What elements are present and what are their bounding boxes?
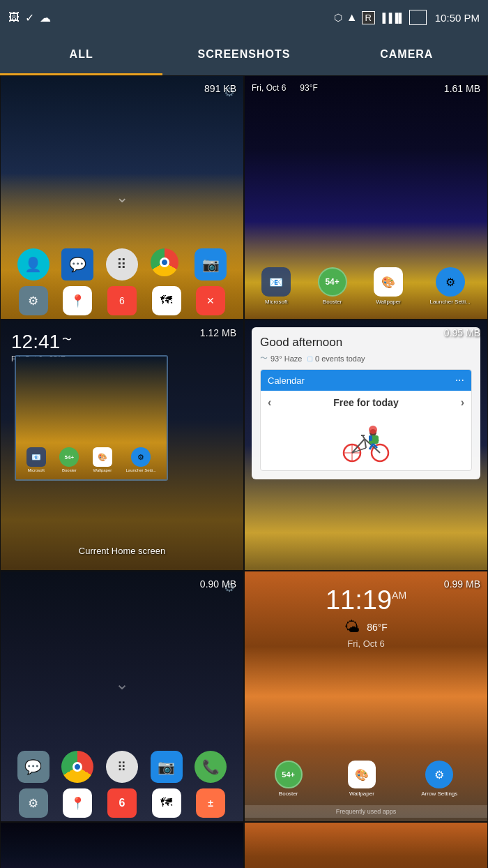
grid-cell-3[interactable]: 12:41 〜 Fri, Oct 6 93°F 📧 Microsoft 54+: [0, 320, 244, 571]
app-row-2: ⚙ 📍 6 🗺 ✕: [1, 286, 243, 315]
cell2-booster-icon: 54+: [318, 267, 347, 297]
maps-icon-5: 📍: [63, 788, 92, 818]
good-afternoon-card: Good afternoon 〜 93° Haze □ 0 events tod…: [252, 327, 480, 479]
grid-cell-1[interactable]: ⚙ ⌄ 👤 💬 ⠿ 📷 ⚙ 📍 6 🗺 ✕ 891 KB: [0, 75, 244, 320]
tab-all[interactable]: ALL: [0, 35, 162, 74]
plus-minus-icon-5: ±: [196, 788, 225, 818]
cell6-bottom-bar: Frequently used apps: [245, 805, 487, 818]
cell6-arrow-settings: ⚙ Arrow Settings: [421, 761, 457, 797]
chevron-down-icon: ⌄: [116, 188, 128, 207]
camera-icon: 📷: [195, 248, 227, 280]
maps-icon: 📍: [63, 286, 92, 315]
maps2-icon-5: 🗺: [152, 788, 181, 818]
tab-camera[interactable]: CAMERA: [326, 35, 488, 74]
messages-icon: 💬: [61, 248, 93, 280]
cell4-content: Good afternoon 〜 93° Haze □ 0 events tod…: [245, 320, 487, 570]
roaming-icon: R: [362, 11, 375, 24]
cell2-microsoft-icon: 📧: [261, 267, 291, 297]
cell6-booster: 54+ Booster: [275, 761, 303, 797]
cell5-chevron-icon: ⌄: [115, 674, 129, 694]
cell-2-info: Fri, Oct 6 93°F: [252, 83, 318, 93]
phone-icon-5: 📞: [195, 751, 227, 783]
ga-weather: 〜 93° Haze □ 0 events today: [260, 353, 472, 364]
grid-cell-8[interactable]: 5.62 MB: [244, 822, 488, 868]
cell6-app-row: 54+ Booster 🎨 Wallpaper ⚙ Arrow Settings: [245, 761, 487, 797]
cyclist-illustration: [338, 421, 394, 463]
bluetooth-icon: ⬡: [334, 12, 342, 23]
cell5-app-row-2: ⚙ 📍 6 🗺 ±: [1, 788, 243, 818]
image-icon: 🖼: [8, 11, 20, 24]
close-icon: ✕: [196, 286, 225, 315]
status-time: 10:50 PM: [435, 12, 480, 24]
calendar-card: Calendar ··· ‹ Free for today ›: [260, 369, 472, 471]
cell-1-size: 891 KB: [204, 83, 236, 94]
settings-icon-5: ⚙: [19, 788, 48, 818]
sun-icon: 🌤: [344, 618, 360, 636]
cell6-time-area: 11:19 AM 🌤 86°F Fri, Oct 6: [245, 585, 487, 649]
cell3-mini-screen: 📧 Microsoft 54+ Booster 🎨 Wallpaper ⚙ La…: [15, 355, 168, 481]
check-icon: ✓: [25, 11, 34, 24]
settings-app-icon: ⚙: [19, 286, 48, 315]
cloud-icon: ☁: [40, 11, 51, 24]
cell-3-size: 1.12 MB: [200, 327, 236, 338]
grid-cell-2[interactable]: Fri, Oct 6 93°F 📧 Microsoft 54+ Booster …: [244, 75, 488, 320]
camera-icon-5: 📷: [151, 751, 183, 783]
cell2-wallpaper-icon: 🎨: [374, 267, 403, 297]
svg-rect-15: [369, 435, 372, 441]
wifi-icon: ▲: [346, 11, 358, 24]
cell5-app-row: 💬 ⠿ 📷 📞: [1, 751, 243, 783]
app-row-1: 👤 💬 ⠿ 📷: [1, 248, 243, 280]
image-grid: ⚙ ⌄ 👤 💬 ⠿ 📷 ⚙ 📍 6 🗺 ✕ 891 KB Fri, Oct 6 …: [0, 75, 488, 868]
cell-4-size: 0.95 MB: [444, 327, 480, 338]
status-icons-right: ⬡ ▲ R ▐▐▐▌ 10:50 PM: [334, 10, 480, 25]
cell6-wallpaper: 🎨 Wallpaper: [348, 761, 376, 797]
svg-point-13: [369, 426, 377, 434]
chrome-icon: [151, 248, 183, 280]
cell-6-size: 0.99 MB: [444, 578, 480, 590]
tab-screenshots[interactable]: SCREENSHOTS: [162, 35, 325, 74]
status-bar: 🖼 ✓ ☁ ⬡ ▲ R ▐▐▐▌ 10:50 PM: [0, 0, 488, 35]
grid-cell-6[interactable]: 11:19 AM 🌤 86°F Fri, Oct 6 54+ Booster 🎨…: [244, 571, 488, 822]
apps-icon: ⠿: [106, 248, 138, 280]
grid-cell-4[interactable]: Good afternoon 〜 93° Haze □ 0 events tod…: [244, 320, 488, 571]
cell-2-apps: 📧 Microsoft 54+ Booster 🎨 Wallpaper ⚙ La…: [245, 267, 487, 305]
maps2-icon: 🗺: [152, 286, 181, 315]
apps-icon-5: ⠿: [106, 751, 138, 783]
calendar-icon: 6: [107, 286, 137, 315]
grid-cell-7[interactable]: 833 KB: [0, 822, 244, 868]
current-home-label: Current Home screen: [1, 546, 243, 556]
signal-icon: ▐▐▐▌: [379, 13, 405, 23]
tab-bar: ALL SCREENSHOTS CAMERA: [0, 35, 488, 75]
contacts-icon: 👤: [17, 248, 49, 280]
battery-icon: [409, 10, 427, 25]
cal-icon-5: 6: [107, 788, 137, 818]
grid-cell-5[interactable]: ⚙ ⌄ 💬 ⠿ 📷 📞 ⚙ 📍 6 🗺 ± 0.90 MB: [0, 571, 244, 822]
cell-2-size: 1.61 MB: [444, 83, 480, 94]
cell-5-size: 0.90 MB: [200, 578, 236, 590]
cell6-weather: 🌤 86°F: [245, 618, 487, 636]
status-icons-left: 🖼 ✓ ☁: [8, 11, 51, 24]
cell2-settings-icon: ⚙: [436, 267, 465, 297]
